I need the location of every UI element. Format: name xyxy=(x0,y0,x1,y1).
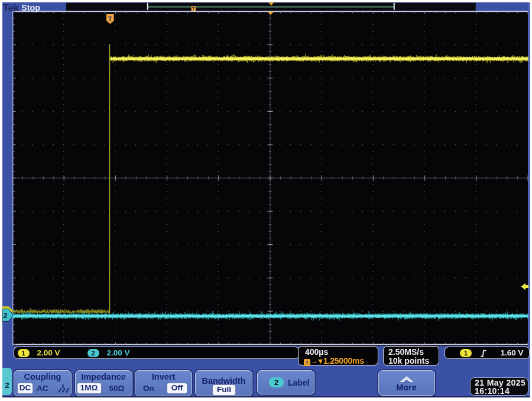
svg-text:T: T xyxy=(108,15,112,22)
svg-text:2: 2 xyxy=(3,311,7,320)
svg-text:T: T xyxy=(192,6,195,11)
